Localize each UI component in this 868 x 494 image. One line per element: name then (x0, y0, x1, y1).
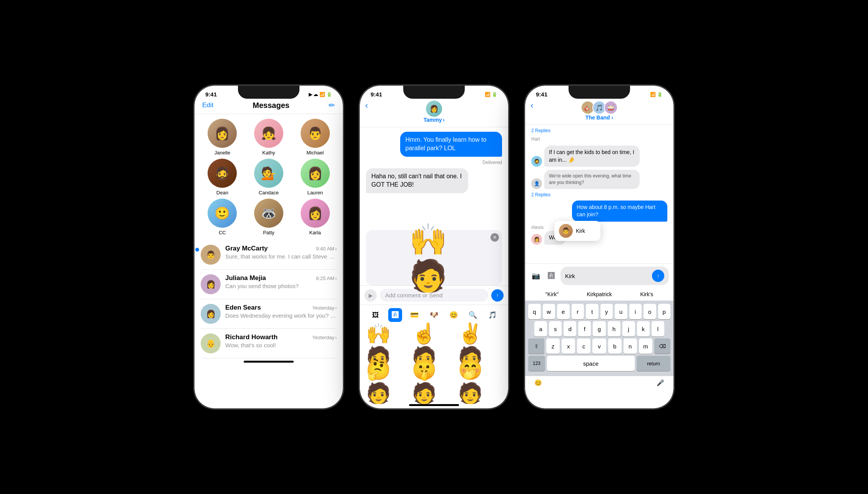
text-input-field[interactable]: Kirk ↑ (560, 267, 669, 285)
camera-button[interactable]: 📷 (530, 270, 542, 282)
key-q[interactable]: q (528, 304, 541, 319)
contact-name-lauren: Lauren (307, 190, 323, 196)
compose-button[interactable]: ✏ (329, 101, 335, 110)
memoji-close-button[interactable]: ✕ (491, 233, 499, 242)
key-k[interactable]: k (637, 321, 650, 337)
key-return[interactable]: return (637, 356, 670, 371)
chat-contact-name[interactable]: Tammy › (424, 117, 445, 123)
conv-gray[interactable]: 👨 Gray McCarty 9:40 AM › Sure, that work… (201, 240, 337, 270)
contact-dean[interactable]: 🧔 Dean (201, 159, 244, 196)
key-g[interactable]: g (593, 321, 605, 337)
key-v[interactable]: v (592, 338, 606, 354)
key-f[interactable]: f (578, 321, 591, 337)
key-w[interactable]: w (543, 304, 555, 319)
sticker-6[interactable]: 🤭🧑 (458, 364, 502, 399)
key-s[interactable]: s (549, 321, 562, 337)
autocomplete-avatar: 👨 (559, 224, 573, 238)
thread-reply-2[interactable]: 2 Replies (531, 192, 667, 197)
conv-time-juliana: 8:25 AM › (316, 275, 337, 281)
conv-eden[interactable]: 👩 Eden Sears Yesterday › Does Wednesday … (201, 299, 337, 329)
expand-button[interactable]: ▶ (364, 289, 377, 302)
contact-cc[interactable]: 🙂 CC (201, 199, 244, 235)
mic-icon[interactable]: 🎤 (657, 379, 664, 386)
suggestion-1[interactable]: "Kirk" (545, 291, 559, 297)
status-time-3: 9:41 (536, 91, 547, 98)
key-p[interactable]: p (658, 304, 671, 319)
contact-janelle[interactable]: 👩 Janelle (201, 119, 244, 156)
conv-time-richard: Yesterday › (312, 335, 337, 340)
suggestion-3[interactable]: Kirk's (640, 291, 653, 297)
sticker-5[interactable]: 🤫🧑 (412, 364, 456, 399)
group-messages: 2 Replies Hart 🧔 If I can get the kids t… (525, 125, 673, 263)
avatar-candace: 💁 (254, 159, 283, 188)
toolbar-photos[interactable]: 🖼 (369, 308, 382, 322)
conv-content-richard: Richard Howarth Yesterday › Wow, that's … (225, 333, 337, 348)
key-123[interactable]: 123 (528, 356, 545, 371)
key-shift[interactable]: ⇧ (528, 338, 544, 354)
key-x[interactable]: x (562, 338, 575, 354)
key-e[interactable]: e (557, 304, 570, 319)
contact-michael[interactable]: 👨 Michael (293, 119, 337, 156)
contact-name-michael: Michael (306, 150, 324, 156)
send-button[interactable]: ↑ (652, 270, 664, 282)
key-t[interactable]: t (586, 304, 599, 319)
autocomplete-name[interactable]: Kirk (576, 228, 585, 234)
contact-name-janelle: Janelle (215, 150, 230, 156)
key-d[interactable]: d (564, 321, 576, 337)
toolbar-apps[interactable]: 🅰 (388, 308, 402, 322)
contact-karla[interactable]: 👩 Karla (293, 199, 337, 235)
key-b[interactable]: b (608, 338, 622, 354)
emoji-icon[interactable]: 😊 (534, 379, 542, 386)
comment-send-button[interactable]: ↑ (491, 289, 504, 302)
back-button-2[interactable]: ‹ (365, 101, 368, 111)
toolbar-emoji[interactable]: 😊 (447, 308, 461, 322)
key-delete[interactable]: ⌫ (654, 338, 670, 354)
autocomplete-suggestions-bar: "Kirk" Kirkpatrick Kirk's (525, 288, 673, 301)
memoji-large: 🙌🧑 (409, 235, 459, 281)
back-button-3[interactable]: ‹ (530, 101, 533, 111)
toolbar-memoji[interactable]: 🐶 (427, 308, 441, 322)
key-y[interactable]: y (600, 304, 613, 319)
suggestion-2[interactable]: Kirkpatrick (587, 291, 612, 297)
key-space[interactable]: space (547, 356, 635, 371)
avatar-kathy: 👧 (254, 119, 283, 148)
key-l[interactable]: l (652, 321, 664, 337)
toolbar-pay[interactable]: 💳 (407, 308, 421, 322)
sticker-1[interactable]: 🙌🧑 (366, 328, 410, 363)
inline-avatar-hart: 🧔 (531, 156, 542, 167)
key-m[interactable]: m (639, 338, 652, 354)
key-i[interactable]: i (629, 304, 642, 319)
conv-preview-richard: Wow, that's so cool! (225, 342, 337, 348)
toolbar-music[interactable]: 🎵 (486, 308, 499, 322)
sticker-3[interactable]: ✌🧑 (458, 328, 502, 363)
toolbar-search[interactable]: 🔍 (466, 308, 480, 322)
thread-reply-1[interactable]: 2 Replies (531, 128, 667, 133)
contact-lauren[interactable]: 👩 Lauren (293, 159, 337, 196)
key-z[interactable]: z (546, 338, 560, 354)
key-row-1: q w e r t y u i o p (528, 304, 670, 319)
phone-1: 9:41 ▶ ☁ 📶 🔋 Edit Messages ✏ 👩 Janelle 👧… (194, 85, 344, 409)
group-name[interactable]: The Band › (585, 114, 613, 121)
key-n[interactable]: n (624, 338, 637, 354)
avatar-lauren: 👩 (301, 159, 330, 188)
notch-3 (569, 86, 630, 99)
contact-patty[interactable]: 🦝 Patty (247, 199, 291, 235)
contact-kathy[interactable]: 👧 Kathy (247, 119, 291, 156)
sticker-4[interactable]: 🤔🧑 (366, 364, 410, 399)
group-avatars: 🎸 🎵 🥁 (581, 101, 618, 114)
key-j[interactable]: j (622, 321, 635, 337)
conv-richard[interactable]: 👴 Richard Howarth Yesterday › Wow, that'… (201, 329, 337, 358)
edit-button[interactable]: Edit (202, 101, 213, 109)
sticker-2[interactable]: ☝🧑 (412, 328, 456, 363)
key-u[interactable]: u (615, 304, 627, 319)
key-a[interactable]: a (534, 321, 547, 337)
key-h[interactable]: h (608, 321, 620, 337)
contact-candace[interactable]: 💁 Candace (247, 159, 291, 196)
key-o[interactable]: o (644, 304, 656, 319)
conv-content-eden: Eden Sears Yesterday › Does Wednesday ev… (225, 304, 337, 319)
apps-button[interactable]: 🅰 (545, 270, 557, 282)
key-r[interactable]: r (572, 304, 584, 319)
avatar-cc: 🙂 (208, 199, 237, 228)
key-c[interactable]: c (577, 338, 590, 354)
conv-juliana[interactable]: 👩 Juliana Mejia 8:25 AM › Can you send t… (201, 270, 337, 299)
